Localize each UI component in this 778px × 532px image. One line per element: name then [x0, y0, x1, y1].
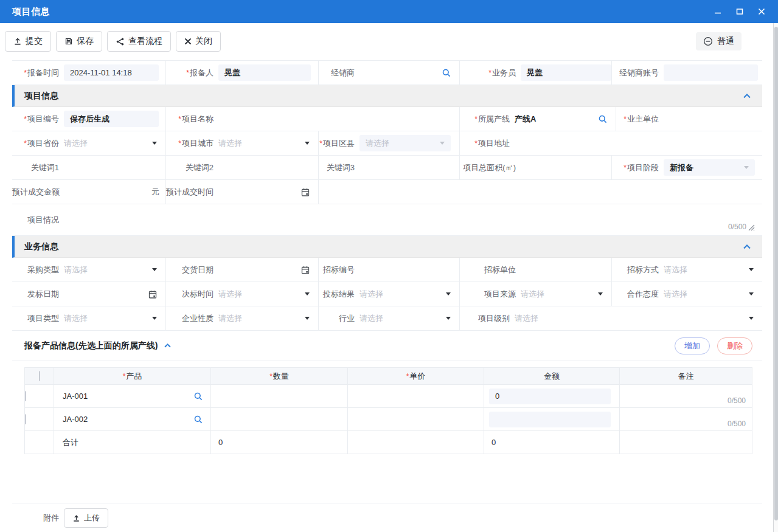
- char-counter: 0/500: [728, 420, 746, 428]
- purchase-type-label: 采购类型: [12, 264, 64, 275]
- collapse-project-section[interactable]: [743, 93, 751, 99]
- expected-time-datepicker[interactable]: [218, 187, 318, 197]
- enterprise-nature-select[interactable]: 请选择: [218, 313, 318, 324]
- collapse-product-section[interactable]: [164, 343, 172, 348]
- minus-circle-icon: [703, 36, 713, 46]
- collapse-business-section[interactable]: [743, 244, 751, 250]
- char-counter: 0/500: [728, 223, 746, 231]
- stage-label: *项目阶段: [612, 162, 664, 173]
- city-select[interactable]: 请选择: [218, 138, 318, 149]
- product-picker[interactable]: JA-002: [54, 415, 210, 424]
- amount-input[interactable]: [489, 412, 611, 427]
- total-quantity: 0: [211, 431, 348, 454]
- delivery-date-datepicker[interactable]: [218, 265, 318, 275]
- upload-icon: [13, 37, 22, 46]
- priority-status-badge: 普通: [696, 32, 742, 50]
- field-project-type: 项目类型 请选择: [12, 306, 165, 330]
- quantity-cell-input[interactable]: [211, 385, 348, 408]
- delivery-date-label: 交货日期: [166, 264, 218, 275]
- project-level-select[interactable]: 请选择: [515, 313, 762, 324]
- project-source-select[interactable]: 请选择: [521, 289, 611, 300]
- purchase-type-select[interactable]: 请选择: [64, 264, 165, 275]
- amount-input[interactable]: 0: [489, 389, 611, 404]
- row-checkbox[interactable]: [25, 391, 26, 401]
- industry-select[interactable]: 请选择: [359, 313, 459, 324]
- bid-method-select[interactable]: 请选择: [664, 264, 762, 275]
- section-header-project-info: 项目信息: [12, 85, 762, 107]
- award-time-label: 决标时间: [166, 289, 218, 300]
- calendar-icon[interactable]: [148, 289, 158, 299]
- delete-product-button[interactable]: 删除: [717, 337, 752, 354]
- scrollbar-thumb[interactable]: [774, 27, 778, 520]
- total-row: 合计 0 0: [25, 431, 752, 454]
- save-button[interactable]: 保存: [56, 31, 102, 52]
- add-product-button[interactable]: 增加: [675, 337, 710, 354]
- bid-method-label: 招标方式: [612, 264, 664, 275]
- expected-amount-input[interactable]: 元: [64, 187, 165, 198]
- report-time-input[interactable]: 2024-11-01 14:18: [64, 64, 159, 81]
- district-label: *项目区县: [319, 138, 359, 149]
- bid-no-label: 招标编号: [319, 264, 359, 275]
- close-form-button[interactable]: 关闭: [176, 31, 221, 52]
- caret-down-icon: [305, 317, 310, 320]
- resize-handle-icon[interactable]: [748, 224, 755, 231]
- bid-result-select[interactable]: 请选择: [359, 289, 459, 300]
- field-product-line: *所属产线 产线A: [459, 107, 616, 131]
- quantity-cell-input[interactable]: [211, 408, 348, 431]
- required-mark: *: [319, 139, 322, 148]
- project-form: *报备时间 2024-11-01 14:18 *报备人 晃盖 经销商 *业务员 …: [12, 60, 762, 532]
- caret-down-icon: [152, 142, 157, 145]
- cooperation-label: 合作态度: [612, 289, 664, 300]
- remark-cell-input[interactable]: 0/500: [620, 385, 752, 408]
- view-flow-button[interactable]: 查看流程: [107, 31, 171, 52]
- owner-unit-label: *业主单位: [616, 114, 664, 125]
- window-close-button[interactable]: [754, 4, 769, 19]
- field-project-level: 项目级别 请选择: [459, 306, 762, 330]
- field-address: *项目地址: [459, 131, 762, 155]
- project-type-select[interactable]: 请选择: [64, 313, 165, 324]
- tender-date-datepicker[interactable]: [64, 289, 165, 299]
- stage-select-disabled: 新报备: [664, 159, 755, 176]
- product-line-picker[interactable]: 产线A: [515, 114, 616, 125]
- salesman-input[interactable]: 晃盖: [521, 64, 611, 81]
- maximize-button[interactable]: [732, 4, 748, 19]
- dealer-account-input[interactable]: [664, 64, 758, 81]
- flow-share-icon: [116, 37, 125, 46]
- search-icon[interactable]: [442, 68, 451, 78]
- vertical-scrollbar[interactable]: [773, 23, 778, 532]
- cooperation-select[interactable]: 请选择: [664, 289, 762, 300]
- search-icon[interactable]: [193, 392, 203, 401]
- dealer-picker[interactable]: [359, 68, 459, 78]
- select-all-checkbox[interactable]: [39, 371, 40, 381]
- calendar-icon[interactable]: [300, 187, 310, 197]
- chevron-up-icon: [164, 343, 172, 348]
- required-mark: *: [488, 69, 491, 77]
- amount-unit-suffix: 元: [151, 187, 165, 198]
- maximize-icon: [736, 8, 743, 15]
- price-cell-input[interactable]: [348, 385, 484, 408]
- row-checkbox[interactable]: [25, 414, 26, 424]
- empty-cell: [318, 180, 762, 204]
- required-mark: *: [24, 139, 27, 148]
- remark-cell-input[interactable]: 0/500: [620, 408, 752, 431]
- field-total-area: 项目总面积(㎡): [459, 156, 611, 179]
- calendar-icon[interactable]: [300, 265, 310, 275]
- caret-down-icon: [744, 166, 749, 169]
- submit-button[interactable]: 提交: [5, 31, 51, 52]
- form-row-project-id: *项目编号 保存后生成 *项目名称 *所属产线 产线A *业主单位: [12, 107, 762, 131]
- minimize-button[interactable]: [710, 4, 726, 19]
- search-icon[interactable]: [193, 415, 203, 424]
- award-time-select[interactable]: 请选择: [218, 289, 318, 300]
- form-row-business-3: 项目类型 请选择 企业性质 请选择 行业 请选择 项目级别 请选择: [12, 306, 762, 331]
- toolbar: 提交 保存 查看流程 关闭 普通: [0, 23, 778, 60]
- upload-button[interactable]: 上传: [64, 508, 108, 528]
- amount-cell: [484, 408, 620, 431]
- price-cell-input[interactable]: [348, 408, 484, 431]
- bid-result-label: 投标结果: [319, 289, 359, 300]
- province-select[interactable]: 请选择: [64, 138, 165, 149]
- product-picker[interactable]: JA-001: [54, 392, 210, 401]
- reporter-input[interactable]: 晃盖: [218, 64, 311, 81]
- situation-textarea[interactable]: 0/500: [64, 204, 762, 235]
- report-time-label: *报备时间: [12, 67, 64, 78]
- search-icon[interactable]: [598, 114, 608, 124]
